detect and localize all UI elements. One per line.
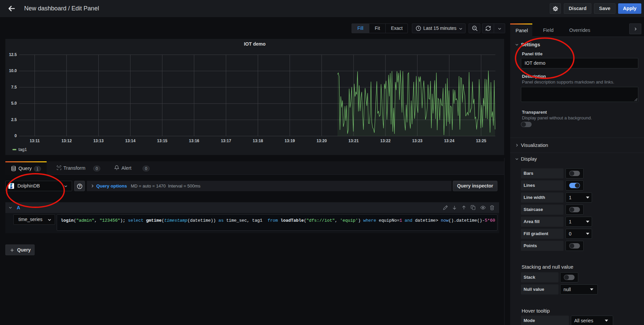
svg-text:?: ? bbox=[78, 184, 81, 188]
